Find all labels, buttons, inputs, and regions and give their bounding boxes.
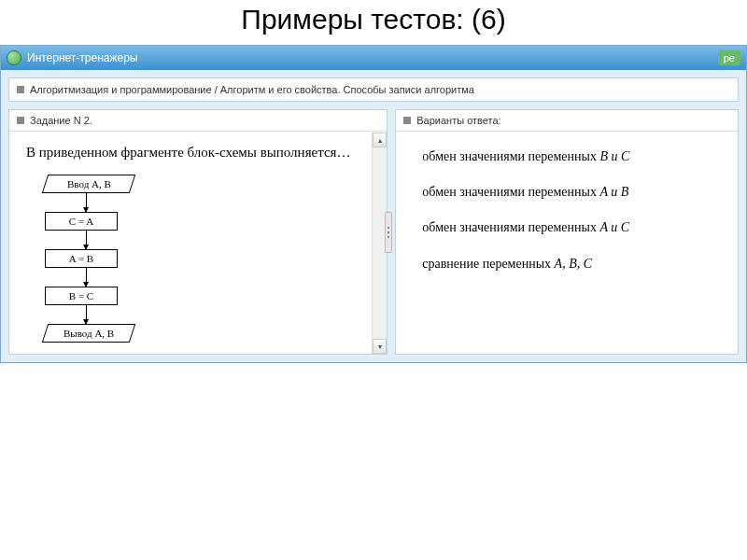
task-panel: Задание N 2. В приведенном фрагменте бло… <box>8 109 388 355</box>
title-right-badge: ре <box>718 50 740 65</box>
answers-panel-header: Варианты ответа: <box>396 110 738 132</box>
flow-input-block: Ввод A, B <box>42 175 135 193</box>
answer-vars: A и B <box>599 185 628 199</box>
flow-input-label: Ввод A, B <box>67 178 111 189</box>
bullet-icon <box>17 86 24 93</box>
window-title: Интернет-тренажеры <box>27 51 138 64</box>
answers-list: обмен значениями переменных B и C обмен … <box>396 132 738 354</box>
question-text: В приведенном фрагменте блок-схемы выпол… <box>26 143 370 161</box>
flowchart: Ввод A, B C = A A = B B = C Вывод A, B <box>45 175 370 343</box>
scroll-down-button[interactable]: ▾ <box>373 339 387 354</box>
app-window: Интернет-тренажеры ре Алгоритмизация и п… <box>0 45 747 363</box>
task-panel-body: В приведенном фрагменте блок-схемы выпол… <box>9 132 387 354</box>
slide-title: Примеры тестов: (6) <box>0 0 747 45</box>
flow-process-block: A = B <box>45 249 118 268</box>
content-area: Алгоритмизация и программирование / Алго… <box>1 70 746 362</box>
answer-option[interactable]: обмен значениями переменных B и C <box>422 148 721 165</box>
answer-option[interactable]: сравнение переменных A, B, C <box>422 256 721 273</box>
answer-vars: B и C <box>599 149 629 163</box>
flow-output-block: Вывод A, B <box>42 324 135 343</box>
answer-text: обмен значениями переменных <box>422 220 599 234</box>
arrow-down-icon <box>86 268 87 287</box>
task-panel-header: Задание N 2. <box>9 110 387 132</box>
splitter-handle[interactable] <box>385 212 392 253</box>
breadcrumb: Алгоритмизация и программирование / Алго… <box>8 77 739 102</box>
task-header-text: Задание N 2. <box>30 115 92 126</box>
scroll-up-button[interactable]: ▴ <box>373 133 387 147</box>
title-bar: Интернет-тренажеры ре <box>1 46 746 70</box>
answer-text: сравнение переменных <box>422 257 554 271</box>
panels-row: Задание N 2. В приведенном фрагменте бло… <box>8 109 739 355</box>
flow-process-block: B = C <box>45 287 118 305</box>
answer-vars: A и C <box>599 220 629 234</box>
bullet-icon <box>17 117 24 124</box>
bullet-icon <box>403 117 411 124</box>
answer-text: обмен значениями переменных <box>422 185 599 199</box>
breadcrumb-text: Алгоритмизация и программирование / Алго… <box>30 84 474 95</box>
answers-header-text: Варианты ответа: <box>416 115 500 126</box>
answer-text: обмен значениями переменных <box>422 149 599 163</box>
flow-output-label: Вывод A, B <box>63 328 114 339</box>
globe-icon <box>7 50 21 65</box>
answer-option[interactable]: обмен значениями переменных A и C <box>422 219 721 236</box>
arrow-down-icon <box>86 193 87 212</box>
flow-process-block: C = A <box>45 212 118 231</box>
answers-panel: Варианты ответа: обмен значениями переме… <box>395 109 739 355</box>
answer-option[interactable]: обмен значениями переменных A и B <box>422 184 721 201</box>
arrow-down-icon <box>86 231 87 249</box>
answer-vars: A, B, C <box>555 257 592 271</box>
arrow-down-icon <box>86 305 87 324</box>
